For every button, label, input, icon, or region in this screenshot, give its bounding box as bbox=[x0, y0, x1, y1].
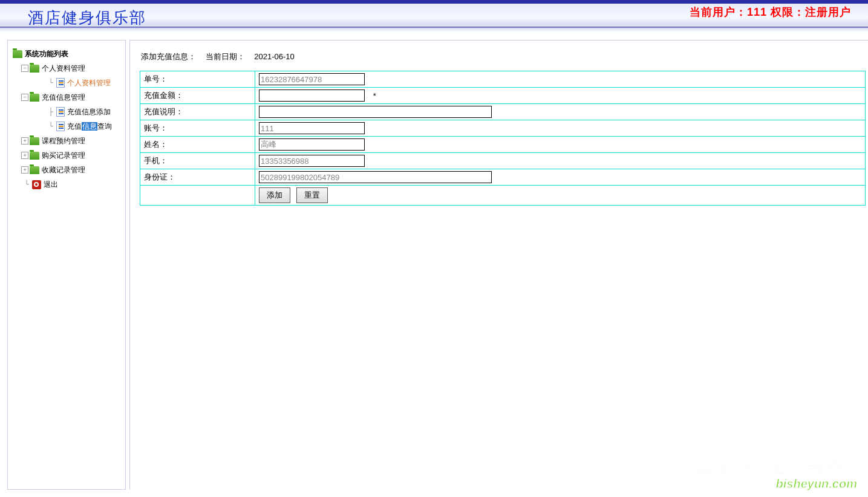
user-name: 111 bbox=[747, 6, 767, 18]
tree-connector: └ bbox=[21, 177, 32, 192]
app-title: 酒店健身俱乐部 bbox=[28, 7, 146, 28]
folder-icon bbox=[30, 94, 39, 102]
label-part: 查询 bbox=[97, 122, 112, 131]
folder-icon bbox=[30, 166, 39, 174]
tree-root[interactable]: 系统功能列表 bbox=[13, 47, 122, 61]
tree-label: 个人资料管理 bbox=[42, 61, 85, 76]
label-name: 姓名： bbox=[140, 137, 255, 153]
current-user-line: 当前用户：111 权限：注册用户 bbox=[690, 5, 851, 19]
row-phone: 手机： bbox=[140, 153, 866, 169]
label-account: 账号： bbox=[140, 120, 255, 137]
expand-toggle[interactable]: + bbox=[21, 152, 28, 159]
watermark-line2: bisheyun.com bbox=[690, 477, 857, 491]
user-prefix: 当前用户： bbox=[690, 6, 747, 18]
input-account[interactable] bbox=[259, 122, 365, 134]
form-title-prefix: 添加充值信息： bbox=[141, 51, 196, 62]
date-label: 当前日期： bbox=[206, 51, 245, 62]
tree-leaf-recharge-add[interactable]: ├ 充值信息添加 bbox=[45, 105, 122, 119]
header-divider bbox=[0, 27, 868, 33]
label-desc: 充值说明： bbox=[140, 104, 255, 120]
input-amount[interactable] bbox=[259, 89, 365, 102]
row-order-no: 单号： bbox=[140, 71, 866, 88]
tree-label: 充值信息添加 bbox=[67, 105, 111, 119]
label-phone: 手机： bbox=[140, 153, 255, 169]
input-name[interactable] bbox=[259, 138, 365, 151]
tree-label: 收藏记录管理 bbox=[42, 163, 85, 177]
exit-icon bbox=[32, 180, 41, 189]
folder-icon bbox=[30, 152, 39, 160]
collapse-toggle[interactable]: − bbox=[21, 65, 28, 72]
nav-tree: 系统功能列表 − 个人资料管理 bbox=[11, 47, 122, 192]
row-actions: 添加 重置 bbox=[140, 186, 866, 206]
expand-toggle[interactable]: + bbox=[21, 166, 28, 174]
main-panel: 添加充值信息： 当前日期： 2021-06-10 单号： 充值金额： * 充值说… bbox=[129, 40, 868, 490]
folder-icon bbox=[30, 137, 39, 145]
tree-connector: └ bbox=[45, 76, 56, 90]
tree-leaf-exit[interactable]: └ 退出 bbox=[21, 177, 122, 192]
folder-icon bbox=[13, 50, 22, 58]
tree-node-recharge[interactable]: − 充值信息管理 bbox=[21, 90, 122, 105]
label-part: 充值 bbox=[67, 122, 82, 131]
page-icon bbox=[56, 107, 65, 117]
tree-leaf-recharge-query[interactable]: └ 充值信息查询 bbox=[45, 119, 122, 134]
tree-label: 充值信息管理 bbox=[42, 90, 85, 105]
expand-toggle[interactable]: + bbox=[21, 137, 28, 145]
sidebar: 系统功能列表 − 个人资料管理 bbox=[7, 40, 126, 490]
tree-label: 购买记录管理 bbox=[42, 148, 85, 163]
form-title: 添加充值信息： 当前日期： 2021-06-10 bbox=[141, 51, 868, 62]
tree-label: 个人资料管理 bbox=[67, 76, 111, 90]
tree-label: 课程预约管理 bbox=[42, 134, 85, 148]
row-amount: 充值金额： * bbox=[140, 88, 866, 104]
tree-node-course[interactable]: + 课程预约管理 bbox=[21, 134, 122, 148]
row-account: 账号： bbox=[140, 120, 866, 137]
row-name: 姓名： bbox=[140, 137, 866, 153]
tree-label: 退出 bbox=[44, 177, 58, 192]
required-mark: * bbox=[373, 91, 376, 100]
input-order-no[interactable] bbox=[259, 73, 365, 85]
input-phone[interactable] bbox=[259, 155, 365, 167]
tree-label: 充值信息查询 bbox=[67, 119, 112, 134]
date-value: 2021-06-10 bbox=[254, 52, 295, 61]
tree-leaf-profile-manage[interactable]: └ 个人资料管理 bbox=[45, 76, 122, 90]
label-idcard: 身份证： bbox=[140, 169, 255, 186]
tree-node-purchase[interactable]: + 购买记录管理 bbox=[21, 148, 122, 163]
input-idcard[interactable] bbox=[259, 171, 492, 183]
watermark: 更多设计请关注（毕设云） bisheyun.com bbox=[690, 459, 857, 491]
row-idcard: 身份证： bbox=[140, 169, 866, 186]
form-table: 单号： 充值金额： * 充值说明： 账号： 姓名： bbox=[140, 71, 866, 206]
reset-button[interactable]: 重置 bbox=[296, 187, 328, 203]
tree-node-profile[interactable]: − 个人资料管理 bbox=[21, 61, 122, 76]
collapse-toggle[interactable]: − bbox=[21, 94, 28, 101]
row-desc: 充值说明： bbox=[140, 104, 866, 120]
perm-prefix: 权限： bbox=[767, 6, 805, 18]
label-highlight: 信息 bbox=[82, 122, 97, 131]
tree-root-label: 系统功能列表 bbox=[25, 47, 68, 61]
tree-node-favorites[interactable]: + 收藏记录管理 bbox=[21, 163, 122, 177]
folder-icon bbox=[30, 65, 39, 73]
input-desc[interactable] bbox=[259, 106, 492, 118]
label-amount: 充值金额： bbox=[140, 88, 255, 104]
label-order-no: 单号： bbox=[140, 71, 255, 88]
page-icon bbox=[56, 78, 65, 88]
watermark-line1: 更多设计请关注（毕设云） bbox=[690, 459, 857, 477]
tree-connector: └ bbox=[45, 119, 56, 134]
page-icon bbox=[56, 122, 65, 131]
perm-value: 注册用户 bbox=[805, 6, 851, 18]
tree-connector: ├ bbox=[45, 105, 56, 119]
submit-button[interactable]: 添加 bbox=[259, 187, 290, 203]
header-band: 酒店健身俱乐部 当前用户：111 权限：注册用户 bbox=[0, 0, 868, 33]
label-actions bbox=[140, 186, 255, 206]
